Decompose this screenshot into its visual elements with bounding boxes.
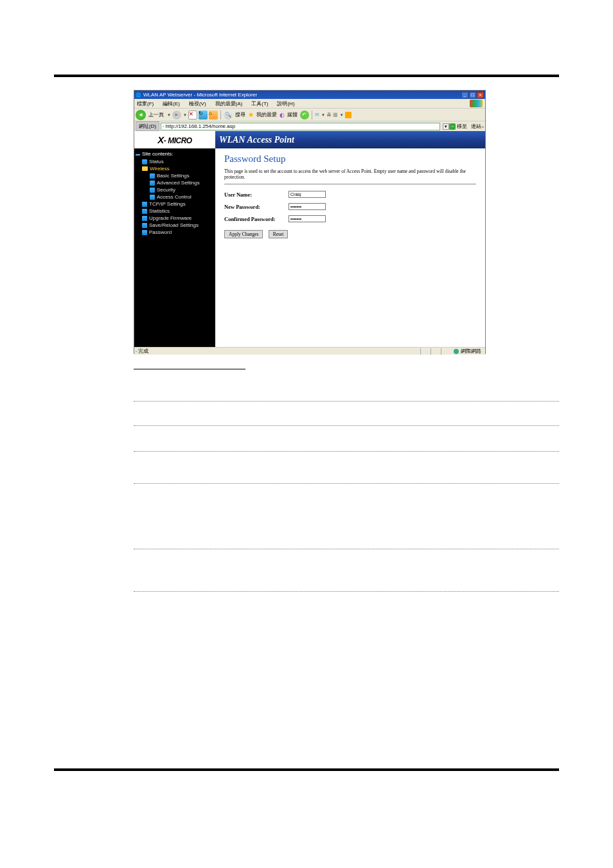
forward-dropdown-icon[interactable]: ▼ <box>183 113 187 117</box>
sidebar-item-label: Password <box>149 229 172 235</box>
username-label: User Name: <box>224 191 289 198</box>
divider <box>224 184 476 184</box>
confirmedpassword-input[interactable] <box>289 215 326 222</box>
ie-icon: 🌐 <box>136 93 141 98</box>
sidebar-item-statistics[interactable]: Statistics <box>136 208 214 215</box>
newpassword-input[interactable] <box>289 203 326 210</box>
messenger-icon[interactable] <box>345 112 351 118</box>
tree-root-icon: ▬ <box>136 152 140 156</box>
doc-icon <box>150 173 155 179</box>
doc-icon <box>142 223 147 228</box>
internet-zone-icon <box>454 349 459 354</box>
xp-logo-icon <box>470 100 483 107</box>
addressbar: 網址(D) ▫ http://192.168.1.254/home.asp ▼ … <box>134 121 485 131</box>
sidebar-item-access-control[interactable]: Access Control <box>136 193 214 200</box>
links-label: 連結 <box>471 123 481 130</box>
apply-changes-button[interactable]: Apply Changes <box>224 230 263 238</box>
sidebar-item-basic-settings[interactable]: Basic Settings <box>136 172 214 179</box>
media-label[interactable]: 媒體 <box>287 111 298 118</box>
menu-favorites[interactable]: 我的最愛(A) <box>215 100 243 107</box>
menu-file[interactable]: 檔案(F) <box>137 100 154 107</box>
status-zone: 網際網路 <box>451 348 484 355</box>
sidebar-item-upgrade-firmware[interactable]: Upgrade Firmware <box>136 215 214 222</box>
menu-help[interactable]: 說明(H) <box>277 100 294 107</box>
search-label[interactable]: 搜尋 <box>235 111 245 118</box>
dotted-rule <box>134 401 559 402</box>
ie-window: 🌐 WLAN AP Webserver - Microsoft Internet… <box>134 90 486 354</box>
search-icon[interactable]: 🔍 <box>224 111 233 120</box>
minimize-button[interactable]: _ <box>461 92 468 98</box>
sidebar: ▬ Site contents: Status Wireless Basic S… <box>134 148 215 347</box>
go-button[interactable]: → 移至 <box>449 123 467 130</box>
main-panel: Password Setup This page is used to set … <box>215 148 485 347</box>
folder-icon <box>142 166 148 171</box>
sidebar-root-label: Site contents: <box>142 151 173 157</box>
dotted-rule <box>134 451 559 452</box>
stop-button[interactable]: ✕ <box>188 111 197 120</box>
links-button[interactable]: 連結 » <box>471 123 484 130</box>
sidebar-item-label: Upgrade Firmware <box>149 215 191 221</box>
mail-dropdown-icon[interactable]: ▼ <box>321 113 325 117</box>
newpassword-label: New Password: <box>224 204 289 210</box>
sidebar-item-status[interactable]: Status <box>136 158 214 165</box>
doc-icon <box>142 202 147 207</box>
edit-dropdown-icon[interactable]: ▼ <box>340 113 344 117</box>
doc-icon <box>142 230 147 235</box>
sidebar-item-label: TCP/IP Settings <box>149 201 186 207</box>
menu-view[interactable]: 檢視(V) <box>189 100 206 107</box>
history-icon[interactable]: ↶ <box>300 111 309 120</box>
sidebar-item-wireless[interactable]: Wireless <box>136 165 214 172</box>
media-icon[interactable]: ◐ <box>280 112 285 118</box>
reset-button[interactable]: Reset <box>269 230 289 238</box>
sidebar-item-label: Status <box>149 159 164 164</box>
doc-icon <box>150 195 155 200</box>
window-controls: _ ☐ ✕ <box>461 92 484 98</box>
mail-icon[interactable]: ✉ <box>315 112 319 118</box>
sidebar-item-save-reload[interactable]: Save/Reload Settings <box>136 222 214 229</box>
sidebar-item-advanced-settings[interactable]: Advanced Settings <box>136 179 214 186</box>
status-zone-label: 網際網路 <box>461 348 481 355</box>
menu-tools[interactable]: 工具(T) <box>251 100 268 107</box>
dotted-rule <box>134 591 559 592</box>
sidebar-item-label: Wireless <box>150 166 170 172</box>
home-button[interactable]: ⌂ <box>209 111 218 120</box>
favorites-label[interactable]: 我的最愛 <box>256 111 277 118</box>
back-label: 上一頁 <box>148 111 164 118</box>
menubar: 檔案(F) 編輯(E) 檢視(V) 我的最愛(A) 工具(T) 說明(H) <box>134 99 485 108</box>
sidebar-root: ▬ Site contents: <box>136 151 214 157</box>
print-icon[interactable]: 🖶 <box>326 112 332 118</box>
page-description: This page is used to set the account to … <box>224 168 476 180</box>
url-dropdown-icon[interactable]: ▼ <box>443 123 449 130</box>
username-input[interactable] <box>289 191 326 198</box>
page-content: X- MICRO WLAN Access Point ▬ Site conten… <box>134 131 485 347</box>
url-input[interactable]: ▫ http://192.168.1.254/home.asp <box>161 123 440 130</box>
back-dropdown-icon[interactable]: ▼ <box>167 113 171 117</box>
doc-icon <box>150 181 155 186</box>
close-button[interactable]: ✕ <box>477 92 484 98</box>
sidebar-item-tcpip[interactable]: TCP/IP Settings <box>136 200 214 208</box>
top-horizontal-rule <box>54 75 559 77</box>
banner-title: WLAN Access Point <box>215 131 485 148</box>
url-text: http://192.168.1.254/home.asp <box>166 123 236 129</box>
page-heading: Password Setup <box>224 154 476 164</box>
edit-icon[interactable]: ▦ <box>333 112 338 118</box>
sidebar-item-password[interactable]: Password <box>136 229 214 236</box>
status-pane <box>431 348 441 355</box>
maximize-button[interactable]: ☐ <box>469 92 476 98</box>
back-button[interactable]: ◄ <box>136 110 146 120</box>
favorites-icon[interactable]: ★ <box>248 111 254 118</box>
sidebar-item-label: Basic Settings <box>157 173 190 179</box>
forward-button[interactable]: ► <box>172 111 181 120</box>
bottom-horizontal-rule <box>54 768 559 771</box>
status-pane <box>441 348 451 355</box>
menu-edit[interactable]: 編輯(E) <box>163 100 180 107</box>
sidebar-item-label: Advanced Settings <box>157 180 200 186</box>
sidebar-item-security[interactable]: Security <box>136 186 214 193</box>
titlebar: 🌐 WLAN AP Webserver - Microsoft Internet… <box>134 91 485 99</box>
dotted-rule <box>134 549 559 549</box>
separator <box>220 111 221 120</box>
separator <box>312 111 312 120</box>
statusbar: ▫ 完成 網際網路 <box>134 347 485 355</box>
doc-icon <box>142 216 147 221</box>
refresh-button[interactable]: ↻ <box>199 111 208 120</box>
